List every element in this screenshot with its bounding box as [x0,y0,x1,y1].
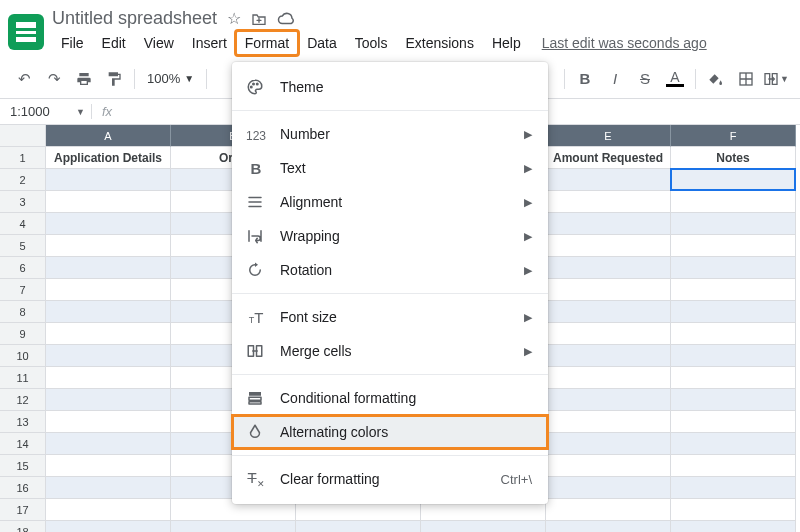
merge-button[interactable]: ▼ [762,65,790,93]
cell[interactable] [546,279,671,301]
row-header[interactable]: 4 [0,213,46,235]
zoom-select[interactable]: 100% ▼ [141,71,200,86]
cell[interactable] [671,367,796,389]
row-header[interactable]: 3 [0,191,46,213]
format-menu-rotation[interactable]: Rotation▶ [232,253,548,287]
row-header[interactable]: 10 [0,345,46,367]
row-header[interactable]: 13 [0,411,46,433]
format-menu-alignment[interactable]: Alignment▶ [232,185,548,219]
cell[interactable] [671,477,796,499]
last-edit-link[interactable]: Last edit was seconds ago [542,35,707,51]
star-icon[interactable]: ☆ [227,11,241,27]
menu-view[interactable]: View [135,31,183,55]
move-icon[interactable] [251,12,267,26]
strike-button[interactable]: S [631,65,659,93]
cell[interactable] [671,433,796,455]
menu-file[interactable]: File [52,31,93,55]
format-menu-clear-formatting[interactable]: T✕Clear formattingCtrl+\ [232,462,548,496]
cell[interactable] [546,389,671,411]
bold-button[interactable]: B [571,65,599,93]
cloud-status-icon[interactable] [277,12,295,26]
column-header[interactable]: F [671,125,796,147]
fill-color-button[interactable] [702,65,730,93]
cell[interactable] [546,521,671,532]
cell[interactable] [671,389,796,411]
row-header[interactable]: 12 [0,389,46,411]
cell[interactable] [671,345,796,367]
cell[interactable] [671,411,796,433]
menu-format[interactable]: Format [236,31,298,55]
row-header[interactable]: 8 [0,301,46,323]
column-header[interactable]: E [546,125,671,147]
cell[interactable] [46,521,171,532]
cell[interactable] [671,455,796,477]
cell[interactable] [546,213,671,235]
format-menu-font-size[interactable]: TTFont size▶ [232,300,548,334]
cell[interactable]: Notes [671,147,796,169]
cell[interactable] [671,499,796,521]
row-header[interactable]: 15 [0,455,46,477]
cell[interactable] [46,367,171,389]
cell[interactable] [421,521,546,532]
name-box[interactable]: 1:1000 ▼ [0,104,92,119]
menu-extensions[interactable]: Extensions [396,31,482,55]
cell[interactable] [46,433,171,455]
row-header[interactable]: 16 [0,477,46,499]
row-header[interactable]: 14 [0,433,46,455]
row-header[interactable]: 7 [0,279,46,301]
cell[interactable] [296,521,421,532]
format-menu-conditional-formatting[interactable]: Conditional formatting [232,381,548,415]
cell[interactable] [546,477,671,499]
cell[interactable] [546,301,671,323]
format-menu-merge-cells[interactable]: Merge cells▶ [232,334,548,368]
cell[interactable] [546,499,671,521]
select-all-corner[interactable] [0,125,46,147]
format-menu-theme[interactable]: Theme [232,70,548,104]
row-header[interactable]: 5 [0,235,46,257]
row-header[interactable]: 17 [0,499,46,521]
print-button[interactable] [70,65,98,93]
column-header[interactable]: A [46,125,171,147]
cell[interactable] [671,191,796,213]
cell[interactable] [671,213,796,235]
cell[interactable] [671,301,796,323]
redo-button[interactable]: ↷ [40,65,68,93]
cell[interactable] [546,455,671,477]
cell[interactable] [546,323,671,345]
cell[interactable] [46,301,171,323]
format-menu-alternating-colors[interactable]: Alternating colors [232,415,548,449]
borders-button[interactable] [732,65,760,93]
cell[interactable] [546,367,671,389]
cell[interactable] [671,257,796,279]
cell[interactable] [46,389,171,411]
cell[interactable] [671,169,796,191]
menu-edit[interactable]: Edit [93,31,135,55]
cell[interactable]: Application Details [46,147,171,169]
cell[interactable] [671,235,796,257]
cell[interactable] [46,477,171,499]
row-header[interactable]: 9 [0,323,46,345]
row-header[interactable]: 2 [0,169,46,191]
text-color-button[interactable]: A [661,65,689,93]
cell[interactable] [46,279,171,301]
row-header[interactable]: 11 [0,367,46,389]
cell[interactable] [46,455,171,477]
cell[interactable] [46,213,171,235]
row-header[interactable]: 18 [0,521,46,532]
italic-button[interactable]: I [601,65,629,93]
cell[interactable] [46,345,171,367]
cell[interactable] [46,323,171,345]
menu-data[interactable]: Data [298,31,346,55]
cell[interactable] [546,169,671,191]
format-menu-wrapping[interactable]: Wrapping▶ [232,219,548,253]
cell[interactable] [671,323,796,345]
sheets-logo[interactable] [8,14,44,50]
cell[interactable] [46,411,171,433]
format-menu-number[interactable]: 123Number▶ [232,117,548,151]
cell[interactable] [46,499,171,521]
cell[interactable] [46,257,171,279]
cell[interactable] [546,345,671,367]
format-menu-text[interactable]: BText▶ [232,151,548,185]
cell[interactable] [546,433,671,455]
cell[interactable] [671,279,796,301]
